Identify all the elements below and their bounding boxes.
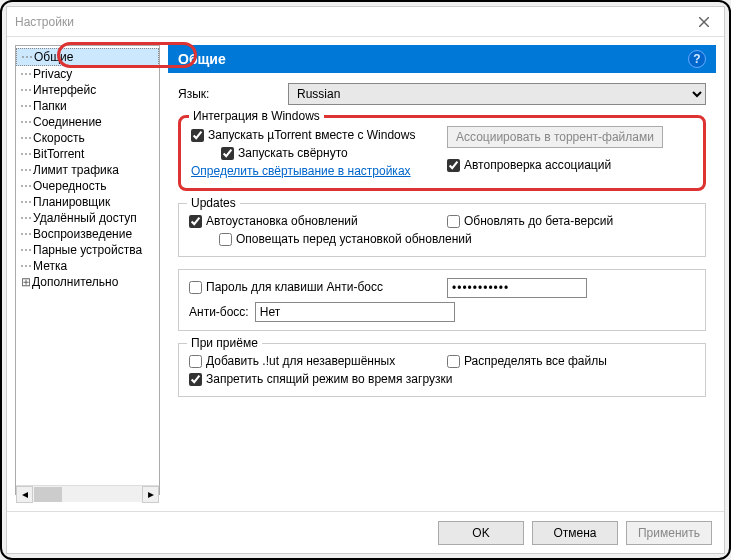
horizontal-scrollbar[interactable]: ◂ ▸ [16, 485, 159, 495]
expand-icon[interactable]: ⊞ [20, 275, 32, 289]
sidebar-item-general[interactable]: ⋯Общие [16, 48, 159, 66]
auto-install-updates-checkbox[interactable] [189, 215, 202, 228]
scroll-left-button[interactable]: ◂ [16, 486, 33, 496]
sidebar-item-interface[interactable]: ⋯Интерфейс [16, 82, 159, 98]
content-header: Общие ? [168, 45, 716, 73]
ok-button[interactable]: OK [438, 521, 524, 545]
close-icon [699, 17, 709, 27]
titlebar: Настройки [7, 7, 724, 37]
sidebar-item-remote[interactable]: ⋯Удалённый доступ [16, 210, 159, 226]
boss-key-group: Пароль для клавиши Анти-босс Анти-босс: [178, 269, 706, 331]
prevent-sleep-checkbox[interactable] [189, 373, 202, 386]
sidebar-item-queue[interactable]: ⋯Очередность [16, 178, 159, 194]
help-button[interactable]: ? [688, 50, 706, 68]
append-ut-checkbox[interactable] [189, 355, 202, 368]
boss-hotkey-label: Анти-босс: [189, 305, 249, 319]
sidebar-item-privacy[interactable]: ⋯Privacy [16, 66, 159, 82]
associate-torrents-button[interactable]: Ассоциировать в торрент-файлами [447, 126, 663, 148]
update-beta-label: Обновлять до бета-версий [464, 214, 613, 228]
notify-updates-label: Оповещать перед установкой обновлений [236, 232, 472, 246]
dialog-footer: OK Отмена Применить [7, 511, 724, 553]
integration-legend: Интеграция в Windows [189, 109, 324, 123]
windows-integration-group: Интеграция в Windows Запускать µTorrent … [178, 115, 706, 191]
download-legend: При приёме [187, 336, 262, 350]
append-ut-label: Добавить .!ut для незавершённых [206, 354, 395, 368]
window-title: Настройки [15, 15, 74, 29]
sidebar-item-speed[interactable]: ⋯Скорость [16, 130, 159, 146]
scroll-right-button[interactable]: ▸ [142, 486, 159, 496]
updates-legend: Updates [187, 196, 240, 210]
download-group: При приёме Добавить .!ut для незавершённ… [178, 343, 706, 397]
boss-hotkey-input[interactable] [255, 302, 455, 322]
sidebar-item-scheduler[interactable]: ⋯Планировщик [16, 194, 159, 210]
auto-install-updates-label: Автоустановка обновлений [206, 214, 358, 228]
autocheck-assoc-label: Автопроверка ассоциаций [464, 158, 611, 172]
sidebar-item-folders[interactable]: ⋯Папки [16, 98, 159, 114]
sidebar-item-playback[interactable]: ⋯Воспроизведение [16, 226, 159, 242]
sidebar-item-bittorrent[interactable]: ⋯BitTorrent [16, 146, 159, 162]
preallocate-checkbox[interactable] [447, 355, 460, 368]
apply-button[interactable]: Применить [626, 521, 712, 545]
scroll-thumb[interactable] [34, 487, 62, 496]
autocheck-assoc-checkbox[interactable] [447, 159, 460, 172]
cancel-button[interactable]: Отмена [532, 521, 618, 545]
language-select[interactable]: Russian [288, 83, 706, 105]
sidebar-item-connection[interactable]: ⋯Соединение [16, 114, 159, 130]
start-minimized-checkbox[interactable] [221, 147, 234, 160]
language-label: Язык: [178, 87, 278, 101]
boss-password-input[interactable] [447, 278, 587, 298]
sidebar-item-traffic-limit[interactable]: ⋯Лимит трафика [16, 162, 159, 178]
close-button[interactable] [692, 10, 716, 34]
sidebar-item-label[interactable]: ⋯Метка [16, 258, 159, 274]
boss-password-checkbox[interactable] [189, 281, 202, 294]
preallocate-label: Распределять все файлы [464, 354, 607, 368]
boss-password-label: Пароль для клавиши Анти-босс [206, 280, 383, 294]
sidebar-item-paired[interactable]: ⋯Парные устройства [16, 242, 159, 258]
start-with-windows-checkbox[interactable] [191, 129, 204, 142]
sidebar-tree[interactable]: ⋯Общие ⋯Privacy ⋯Интерфейс ⋯Папки ⋯Соеди… [15, 45, 160, 495]
override-minimize-link[interactable]: Определить свёртывание в настройках [191, 164, 411, 178]
start-minimized-label: Запускать свёрнуто [238, 146, 348, 160]
page-title: Общие [178, 51, 226, 67]
start-with-windows-label: Запускать µTorrent вместе с Windows [208, 128, 415, 142]
settings-window: Настройки ⋯Общие ⋯Privacy ⋯Интерфейс ⋯Па… [6, 6, 725, 554]
prevent-sleep-label: Запретить спящий режим во время загрузки [206, 372, 452, 386]
sidebar-item-advanced[interactable]: ⊞Дополнительно [16, 274, 159, 290]
notify-updates-checkbox[interactable] [219, 233, 232, 246]
updates-group: Updates Автоустановка обновлений Обновля… [178, 203, 706, 257]
update-beta-checkbox[interactable] [447, 215, 460, 228]
